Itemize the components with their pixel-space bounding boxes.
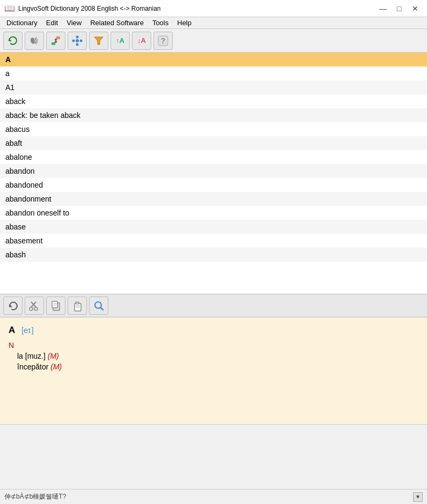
edit-search-button[interactable] (89, 297, 108, 315)
def-entry-2: începător (M) (9, 362, 418, 371)
sort-asc-label: ↑A (116, 36, 124, 45)
word-list-container: AaA1abackaback: be taken abackabacusabaf… (0, 53, 427, 294)
svg-line-29 (101, 308, 104, 310)
title-bar: 📖 LingvoSoft Dictionary 2008 English <->… (0, 0, 427, 17)
cut-icon (28, 300, 40, 312)
def-pos: N (9, 341, 418, 350)
word-list-item[interactable]: abaft (0, 136, 427, 150)
menu-view[interactable]: View (62, 18, 86, 28)
svg-point-7 (76, 39, 79, 42)
svg-marker-12 (94, 37, 103, 45)
svg-point-8 (76, 35, 79, 38)
main-toolbar: ↑A ↓A ? (0, 29, 427, 53)
edit-copy-button[interactable] (46, 297, 65, 315)
def-phonetic: [eɪ] (21, 325, 34, 335)
word-list-item[interactable]: A (0, 53, 427, 66)
toolbar-filter-button[interactable] (89, 32, 108, 50)
refresh-icon (7, 35, 19, 47)
edit-cut-button[interactable] (25, 297, 44, 315)
filter-icon (93, 35, 105, 47)
word-list-item[interactable]: a (0, 66, 427, 80)
status-scroll-button[interactable]: ▼ (413, 492, 423, 502)
status-bar: 伸⊄bÀ⊄b棰媛줼嗵T? ▼ (0, 489, 427, 504)
svg-text:?: ? (161, 36, 166, 45)
def-word: A (9, 325, 15, 335)
word-list-item[interactable]: abandon (0, 164, 427, 178)
close-button[interactable]: ✕ (408, 3, 423, 14)
toolbar-sound-button[interactable] (25, 32, 44, 50)
svg-point-18 (30, 307, 33, 310)
edit-paste-button[interactable] (68, 297, 87, 315)
word-list-item[interactable]: aback (0, 94, 427, 108)
search-icon (93, 300, 105, 312)
word-list-item[interactable]: abandoned (0, 178, 427, 192)
toolbar-export-button[interactable] (46, 32, 65, 50)
toolbar-sort-asc-button[interactable]: ↑A (111, 32, 130, 50)
svg-point-10 (72, 39, 75, 42)
special-icon (71, 35, 83, 47)
svg-point-19 (34, 307, 38, 310)
edit-undo-button[interactable] (3, 297, 23, 315)
svg-rect-3 (56, 36, 60, 39)
def-header: A [eɪ] (9, 325, 418, 336)
svg-marker-15 (10, 304, 12, 307)
word-list-item[interactable]: abandonment (0, 192, 427, 206)
def-entry-text-2: începător (17, 362, 48, 371)
svg-rect-2 (51, 42, 55, 45)
menu-dictionary[interactable]: Dictionary (2, 18, 42, 28)
svg-point-9 (76, 43, 79, 46)
sound-icon (28, 35, 40, 47)
toolbar-sort-desc-button[interactable]: ↓A (132, 32, 151, 50)
definition-panel: A [eɪ] N la [muz.] (M) începător (M) (0, 317, 427, 425)
word-list-item[interactable]: aback: be taken aback (0, 108, 427, 122)
svg-point-11 (80, 39, 83, 42)
edit-toolbar (0, 294, 427, 317)
sort-desc-label: ↓A (137, 36, 146, 45)
copy-icon (50, 300, 62, 312)
maximize-button[interactable]: □ (392, 3, 407, 14)
menu-help[interactable]: Help (173, 18, 196, 28)
app-icon: 📖 (4, 3, 15, 13)
word-list-item[interactable]: abash (0, 248, 427, 262)
toolbar-special-button[interactable] (68, 32, 87, 50)
svg-marker-0 (9, 39, 12, 41)
svg-rect-21 (52, 301, 57, 308)
def-entry-suffix-2: (M) (50, 362, 62, 371)
menu-related-software[interactable]: Related Software (86, 18, 148, 28)
word-list-item[interactable]: abasement (0, 234, 427, 248)
word-list-item[interactable]: abalone (0, 150, 427, 164)
def-entry-suffix-1: (M) (48, 352, 59, 360)
svg-rect-25 (76, 302, 79, 304)
menu-bar: Dictionary Edit View Related Software To… (0, 17, 427, 29)
word-list-item[interactable]: A1 (0, 80, 427, 94)
undo-icon (7, 300, 19, 312)
word-list[interactable]: AaA1abackaback: be taken abackabacusabaf… (0, 53, 427, 294)
help-icon: ? (157, 35, 169, 47)
def-entry-text-1: la [muz.] (17, 352, 46, 360)
definition-wrapper: A [eɪ] N la [muz.] (M) începător (M) (0, 317, 427, 489)
word-list-item[interactable]: abacus (0, 122, 427, 136)
paste-icon (71, 300, 83, 312)
menu-tools[interactable]: Tools (148, 18, 173, 28)
export-icon (50, 35, 62, 47)
word-list-item[interactable]: abase (0, 220, 427, 234)
def-entry-1: la [muz.] (M) (9, 352, 418, 360)
menu-edit[interactable]: Edit (42, 18, 62, 28)
minimize-button[interactable]: — (376, 3, 391, 14)
toolbar-help-button[interactable]: ? (153, 32, 173, 50)
toolbar-refresh-button[interactable] (3, 32, 23, 50)
main-content: AaA1abackaback: be taken abackabacusabaf… (0, 53, 427, 489)
status-text: 伸⊄bÀ⊄b棰媛줼嗵T? (4, 492, 66, 501)
app-title: LingvoSoft Dictionary 2008 English <-> R… (18, 5, 161, 12)
word-list-item[interactable]: abandon oneself to (0, 206, 427, 220)
